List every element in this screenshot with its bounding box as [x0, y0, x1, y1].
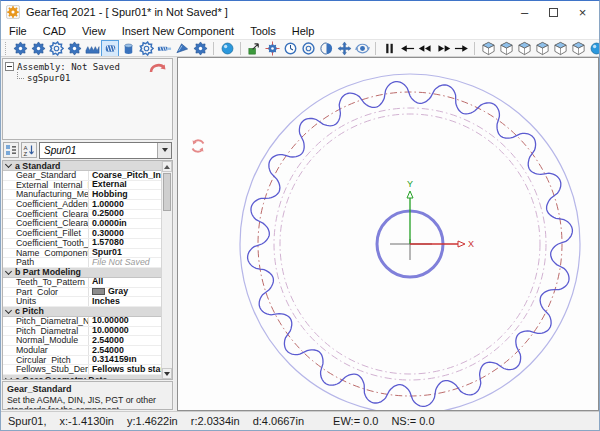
close-button[interactable]: ×	[568, 2, 597, 22]
category-a-standard[interactable]: a Standard	[3, 161, 161, 171]
scroll-up-icon[interactable]	[162, 161, 172, 172]
property-row-external-internal-ra[interactable]: External_Internal_RaExternal	[3, 181, 161, 191]
fast-forward-icon[interactable]	[434, 40, 452, 57]
property-label: Modular	[3, 346, 89, 355]
fast-back-icon[interactable]	[416, 40, 434, 57]
scroll-down-icon[interactable]	[162, 368, 172, 379]
menu-file[interactable]: File	[1, 25, 35, 37]
menu-bar: FileCADViewInsert New ComponentToolsHelp	[1, 23, 599, 39]
shaded-view-icon[interactable]	[587, 40, 599, 57]
property-grid-scrollbar[interactable]	[161, 161, 172, 379]
property-row-coefficient-addendu[interactable]: Coefficient_Addendu1.00000	[3, 200, 161, 210]
property-row-normal-module[interactable]: Normal_Module2.54000	[3, 336, 161, 346]
scrollbar-thumb[interactable]	[163, 173, 171, 211]
center-gear-icon[interactable]	[263, 40, 281, 57]
export-cad-icon[interactable]	[245, 40, 263, 57]
property-row-coefficient-clearanc[interactable]: Coefficient_Clearanc0.25000	[3, 210, 161, 220]
property-label: Coefficient_Fillet	[3, 229, 89, 238]
toolbar-separator	[213, 42, 214, 55]
minimize-button[interactable]: –	[510, 2, 539, 22]
face-gear-icon[interactable]	[65, 40, 83, 57]
internal-gear-icon[interactable]	[47, 40, 65, 57]
spur-gear-icon[interactable]	[11, 40, 29, 57]
maximize-button[interactable]	[539, 2, 568, 22]
top-view-icon[interactable]	[515, 40, 533, 57]
property-label: Part_Color	[3, 288, 89, 297]
rotate-component-icon[interactable]	[353, 40, 371, 57]
toolbar-separator	[375, 42, 376, 55]
concentric-gear-icon[interactable]	[299, 40, 317, 57]
category-label: e Gear Geometry Data	[15, 375, 107, 379]
worm-gear-icon[interactable]	[101, 40, 119, 57]
property-value: 10.00000	[89, 317, 161, 326]
left-view-icon[interactable]	[569, 40, 587, 57]
property-value: 0.25000	[89, 210, 161, 219]
property-row-modular[interactable]: Modular2.54000	[3, 346, 161, 356]
bevel-gear-icon[interactable]	[173, 40, 191, 57]
menu-tools[interactable]: Tools	[242, 25, 284, 37]
pause-icon[interactable]	[380, 40, 398, 57]
property-row-circular-pitch[interactable]: Circular_Pitch0.314159in	[3, 356, 161, 366]
move-component-icon[interactable]	[335, 40, 353, 57]
tree-child-item[interactable]: sgSpur01	[17, 72, 170, 83]
section-gear-icon[interactable]	[317, 40, 335, 57]
red-rotate-icon[interactable]	[190, 138, 206, 154]
property-row-manufacturing-metho[interactable]: Manufacturing_MethoHobbing	[3, 190, 161, 200]
chevron-down-icon	[5, 307, 12, 314]
property-value: Gray	[89, 288, 161, 297]
property-row-pitch-diametral-norr[interactable]: Pitch_Diametral_Norr10.00000	[3, 317, 161, 327]
menu-cad[interactable]: CAD	[35, 25, 74, 37]
component-selector[interactable]: Spur01	[39, 142, 172, 159]
property-grid: a StandardGear_StandardCoarse_Pitch_Invo…	[2, 160, 173, 380]
tree-child-label: sgSpur01	[27, 73, 70, 83]
status-item-5: EW:= 0.0	[333, 415, 378, 427]
property-label: Units	[3, 297, 89, 306]
sort-az-icon[interactable]: AZ	[21, 142, 37, 158]
category-e-gear-geometry-data[interactable]: e Gear Geometry Data	[3, 375, 161, 379]
property-label: Pitch_Diametral	[3, 327, 89, 336]
step-forward-icon[interactable]	[452, 40, 470, 57]
drawing-canvas[interactable]: YX	[177, 57, 599, 411]
property-toolbar: AZ Spur01	[1, 140, 174, 160]
helical-gear-icon[interactable]	[29, 40, 47, 57]
property-row-coefficient-clearanc[interactable]: Coefficient_Clearanc0.0000in	[3, 219, 161, 229]
property-row-coefficient-fillet[interactable]: Coefficient_Fillet0.30000	[3, 229, 161, 239]
property-row-teeth-to-pattern[interactable]: Teeth_To_PatternAll	[3, 278, 161, 288]
menu-insert-new-component[interactable]: Insert New Component	[114, 25, 243, 37]
property-label: Manufacturing_Metho	[3, 190, 89, 199]
gear-drawing: YX	[178, 58, 599, 411]
property-value: 0.0000in	[89, 219, 161, 228]
worm-shaft-icon[interactable]	[155, 40, 173, 57]
property-row-coefficient-tooth-tr[interactable]: Coefficient_Tooth_Tr1.57080	[3, 239, 161, 249]
status-bar: Spur01,x:-1.4130iny:1.4622inr:2.0334ind:…	[1, 411, 599, 430]
assembly-tree: Assembly: Not Saved sgSpur01	[2, 58, 173, 140]
red-curved-arrow-icon[interactable]	[149, 61, 167, 75]
step-back-icon[interactable]	[398, 40, 416, 57]
categorized-view-icon[interactable]	[3, 142, 19, 158]
tree-root-item[interactable]: Assembly: Not Saved	[5, 61, 170, 72]
property-row-pitch-diametral[interactable]: Pitch_Diametral10.00000	[3, 327, 161, 337]
cylinder-blank-icon[interactable]	[119, 40, 137, 57]
chevron-down-icon	[162, 148, 168, 152]
collapse-expander-icon[interactable]	[5, 62, 14, 71]
property-label: Coefficient_Clearanc	[3, 219, 89, 228]
right-view-icon[interactable]	[533, 40, 551, 57]
property-row-part-color[interactable]: Part_ColorGray	[3, 288, 161, 298]
iso-view-icon[interactable]	[479, 40, 497, 57]
sphere-gear-icon[interactable]	[218, 40, 236, 57]
back-view-icon[interactable]	[551, 40, 569, 57]
category-b-part-modeling[interactable]: b Part Modeling	[3, 268, 161, 278]
property-label: Path	[3, 258, 89, 267]
ring-gear-icon[interactable]	[137, 40, 155, 57]
property-row-gear-standard[interactable]: Gear_StandardCoarse_Pitch_Involute_	[3, 171, 161, 181]
category-c-pitch[interactable]: c Pitch	[3, 307, 161, 317]
combo-dropdown-button[interactable]	[157, 143, 171, 158]
menu-help[interactable]: Help	[284, 25, 323, 37]
property-value: Hobbing	[89, 190, 161, 199]
timing-gear-icon[interactable]	[281, 40, 299, 57]
property-row-name-component[interactable]: Name_ComponentSpur01	[3, 249, 161, 259]
rack-icon[interactable]	[83, 40, 101, 57]
menu-view[interactable]: View	[74, 25, 114, 37]
gear-pair-icon[interactable]	[191, 40, 209, 57]
front-view-icon[interactable]	[497, 40, 515, 57]
